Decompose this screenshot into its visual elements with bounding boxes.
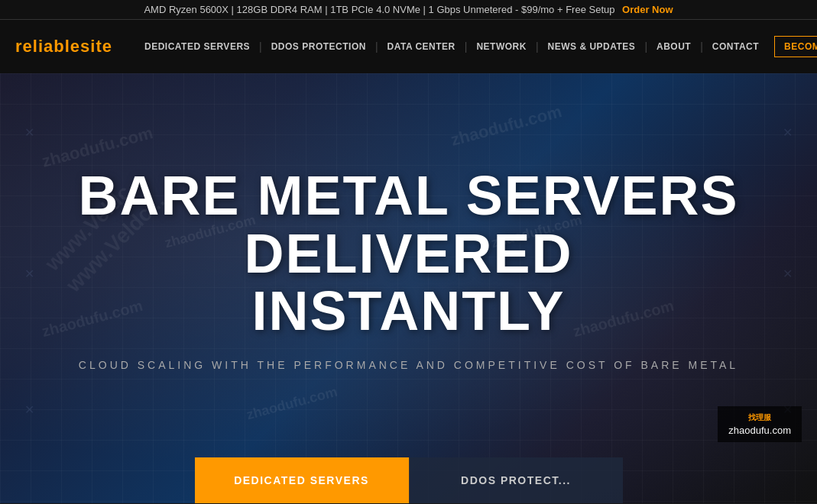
logo-part2: site	[80, 37, 112, 56]
hero-title-line2: INSTANTLY	[251, 280, 565, 341]
announcement-cta[interactable]: Order Now	[622, 4, 673, 15]
nav-ddos-protection[interactable]: DDOS PROTECTION	[262, 41, 375, 52]
hero-content: BARE METAL SERVERS DELIVERED INSTANTLY C…	[0, 167, 817, 409]
cta-ddos-protection-button[interactable]: DDOS PROTECT...	[409, 457, 623, 503]
logo-text: reliablesite	[15, 37, 112, 57]
announcement-bar: AMD Ryzen 5600X | 128GB DDR4 RAM | 1TB P…	[0, 0, 817, 20]
watermark-badge-bottom: zhaodufu.com	[728, 425, 791, 436]
nav-news-updates[interactable]: NEWS & UPDATES	[539, 41, 645, 52]
hero-section: zhaodufu.com zhaodufu.com zhaodufu.com z…	[0, 73, 817, 503]
main-nav: DEDICATED SERVERS | DDOS PROTECTION | DA…	[135, 36, 817, 57]
logo[interactable]: reliablesite	[15, 37, 112, 57]
header: reliablesite DEDICATED SERVERS | DDOS PR…	[0, 20, 817, 73]
hero-subtitle: CLOUD SCALING WITH THE PERFORMANCE AND C…	[15, 359, 802, 371]
hero-title: BARE METAL SERVERS DELIVERED INSTANTLY	[15, 167, 802, 341]
announcement-text: AMD Ryzen 5600X | 128GB DDR4 RAM | 1TB P…	[144, 4, 512, 15]
nav-dedicated-servers[interactable]: DEDICATED SERVERS	[135, 41, 259, 52]
nav-about[interactable]: ABOUT	[647, 41, 700, 52]
logo-part1: reliable	[15, 37, 80, 56]
nav-partner[interactable]: BECOME A PARTNER	[774, 36, 817, 57]
nav-contact[interactable]: CONTACT	[703, 41, 768, 52]
cta-buttons-container: DEDICATED SERVERS DDOS PROTECT...	[0, 457, 817, 503]
watermark-badge: 找理服 zhaodufu.com	[718, 406, 802, 442]
hero-title-line1: BARE METAL SERVERS DELIVERED	[78, 165, 738, 284]
watermark-badge-top: 找理服	[748, 412, 771, 423]
nav-network[interactable]: NETWORK	[467, 41, 536, 52]
announcement-suffix: - $99/mo + Free Setup	[515, 4, 614, 15]
cta-dedicated-servers-button[interactable]: DEDICATED SERVERS	[195, 457, 409, 503]
nav-data-center[interactable]: DATA CENTER	[378, 41, 465, 52]
